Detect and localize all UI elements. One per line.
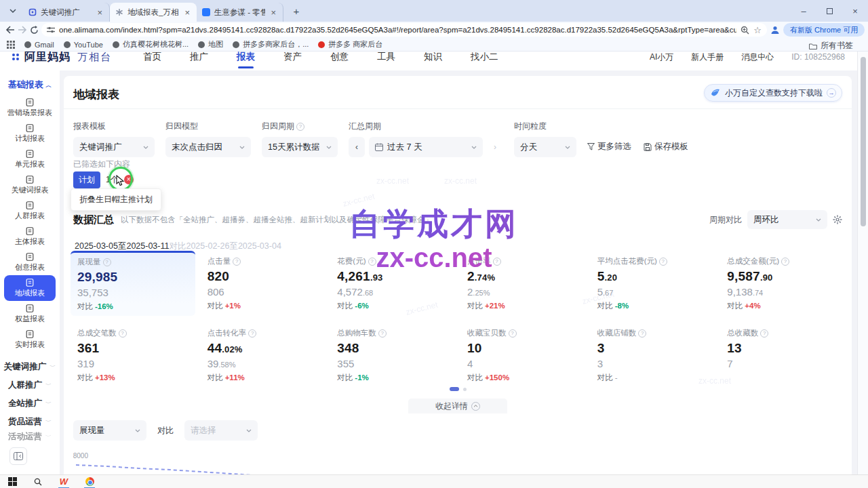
metric-card[interactable]: 总成交笔数? 361 319 对比+13%: [71, 323, 195, 388]
report-template-select[interactable]: 关键词推广: [73, 137, 155, 157]
message-center-link[interactable]: 消息中心: [741, 52, 774, 63]
help-icon[interactable]: ?: [760, 329, 768, 338]
sidebar-item[interactable]: 营销场景报表: [4, 95, 56, 121]
help-icon[interactable]: ?: [378, 329, 387, 338]
metric-card[interactable]: 总成交金额(元)? 9,587.90 9,138.74 对比+4%: [720, 251, 845, 316]
more-filters-button[interactable]: 更多筛选: [587, 141, 631, 152]
metric-card[interactable]: 点击量? 820 806 对比+1%: [201, 251, 326, 316]
new-tab-button[interactable]: +: [288, 2, 305, 20]
sidebar-section[interactable]: 活动运营 ﹀: [0, 431, 60, 442]
sidebar-section[interactable]: 全站推广 ﹀: [0, 394, 60, 413]
sidebar-section[interactable]: 关键词推广 ﹀: [0, 358, 60, 376]
page-scrollbar[interactable]: [857, 52, 868, 474]
chart-metric-select[interactable]: 展现量: [73, 420, 146, 441]
metric-card[interactable]: 点击转化率? 44.02% 39.58% 对比+11%: [201, 323, 326, 388]
help-icon[interactable]: ?: [659, 258, 667, 266]
start-button[interactable]: [5, 475, 19, 488]
pagination-dot-active[interactable]: [450, 387, 459, 391]
metric-card[interactable]: 总收藏数? 13 7: [720, 323, 845, 388]
bookmark-star-icon[interactable]: ☆: [753, 25, 762, 35]
help-icon[interactable]: ?: [781, 258, 789, 266]
browser-tab[interactable]: 关键词推广 ×: [23, 3, 110, 22]
help-icon[interactable]: ?: [296, 123, 304, 131]
help-icon[interactable]: ?: [638, 329, 646, 338]
nav-item[interactable]: 知识: [424, 52, 442, 70]
browser-tab-active[interactable]: 地域报表_万相台无界版 ×: [110, 3, 197, 22]
help-icon[interactable]: ?: [233, 258, 241, 266]
browser-tab[interactable]: 生意参谋 - 零售电商大数据产... ×: [197, 3, 283, 22]
bookmark-item[interactable]: 仿真樱花树桃花树...: [113, 39, 189, 49]
chrome-update-chip[interactable]: 有新版 Chrome 可用: [783, 23, 865, 37]
window-minimize-button[interactable]: –: [791, 0, 816, 22]
url-text[interactable]: one.alimama.com/index.html?spm=a21dvs.28…: [59, 26, 736, 34]
window-maximize-button[interactable]: [816, 0, 842, 22]
help-icon[interactable]: ?: [103, 258, 111, 266]
metric-card[interactable]: 总购物车数? 348 355 对比-1%: [330, 323, 455, 388]
scrollbar-thumb[interactable]: [861, 57, 866, 226]
sidebar-section[interactable]: 人群推广 ﹀: [0, 376, 60, 394]
apps-grid-icon[interactable]: [7, 41, 15, 49]
nav-item[interactable]: 报表: [237, 52, 255, 70]
nav-item[interactable]: 资产: [283, 52, 302, 70]
site-info-icon[interactable]: [47, 26, 55, 33]
sidebar-item[interactable]: 人群报表: [4, 198, 56, 224]
zoom-icon[interactable]: [741, 26, 749, 35]
metric-card[interactable]: 花费(元)? 4,261.93 4,572.68 对比-6%: [330, 251, 455, 316]
help-icon[interactable]: ?: [119, 329, 127, 338]
pagination-dot[interactable]: [463, 388, 467, 391]
window-close-button[interactable]: ×: [842, 0, 868, 22]
nav-item[interactable]: 首页: [143, 52, 161, 70]
save-template-button[interactable]: 保存模板: [644, 141, 688, 152]
metric-card[interactable]: 平均点击花费(元)? 5.20 5.67 对比-8%: [591, 251, 715, 316]
metric-card[interactable]: 点击率? 2.74% 2.25% 对比+21%: [460, 251, 585, 316]
collapse-details-button[interactable]: 收起详情: [408, 399, 507, 413]
help-icon[interactable]: ?: [493, 258, 501, 266]
sidebar-item[interactable]: 主体报表: [4, 224, 56, 249]
metric-card[interactable]: 收藏宝贝数? 10 4 对比+150%: [460, 323, 585, 388]
chart-compare-select[interactable]: 请选择: [184, 420, 258, 441]
sidebar-item[interactable]: 单元报表: [4, 146, 56, 172]
bookmark-item[interactable]: Gmail: [24, 41, 54, 49]
period-compare-select[interactable]: 周环比: [747, 210, 827, 229]
date-range-select[interactable]: 过去 7 天: [369, 137, 483, 157]
sidebar-group-title[interactable]: 基础报表 ︿: [0, 79, 60, 91]
tab-close-icon[interactable]: ×: [183, 7, 191, 18]
ai-assistant-link[interactable]: AI小万: [650, 52, 673, 63]
newbie-manual-link[interactable]: 新人手册: [691, 52, 724, 63]
bookmark-item[interactable]: YouTube: [64, 41, 103, 49]
forward-icon[interactable]: [18, 22, 27, 37]
taskbar-search-button[interactable]: [31, 475, 45, 488]
nav-item[interactable]: 创意: [330, 52, 349, 70]
previous-period-button[interactable]: ‹: [349, 137, 365, 157]
tab-search-button[interactable]: [4, 2, 22, 20]
bookmark-item[interactable]: 拼多多 商家后台: [318, 39, 382, 49]
help-icon[interactable]: ?: [248, 329, 256, 338]
custom-query-download-banner[interactable]: 小万自定义查数支持下载啦 →: [704, 84, 842, 102]
plan-filter-tag[interactable]: 计划: [73, 171, 100, 188]
tab-close-icon[interactable]: ×: [269, 7, 277, 18]
sidebar-item[interactable]: 权益报表: [4, 301, 56, 327]
bookmark-item[interactable]: 地图: [198, 39, 223, 49]
metric-card[interactable]: 展现量? 29,985 35,753 对比-16%: [71, 251, 195, 316]
all-bookmarks-button[interactable]: 所有书签: [809, 40, 853, 52]
time-granularity-select[interactable]: 分天: [514, 137, 576, 157]
address-bar[interactable]: one.alimama.com/index.html?spm=a21dvs.28…: [41, 23, 767, 37]
profile-avatar[interactable]: [770, 22, 781, 37]
next-period-button[interactable]: ›: [487, 137, 503, 157]
help-icon[interactable]: ?: [509, 329, 517, 338]
taskbar-chrome-button[interactable]: [83, 475, 96, 488]
nav-item[interactable]: 推广: [190, 52, 208, 70]
reload-icon[interactable]: [30, 22, 39, 37]
sidebar-section[interactable]: 货品运营 ﹀: [0, 413, 60, 431]
attribution-window-select[interactable]: 15天累计数据: [262, 137, 338, 157]
metric-card[interactable]: 收藏店铺数? 3 3 对比-: [591, 323, 715, 388]
sidebar-item[interactable]: 创意报表: [4, 249, 56, 275]
back-icon[interactable]: [5, 22, 15, 37]
sidebar-item[interactable]: 计划报表: [4, 121, 56, 146]
tab-close-icon[interactable]: ×: [96, 7, 104, 18]
sidebar-item[interactable]: 地域报表: [4, 275, 56, 301]
sidebar-item[interactable]: 实时报表: [4, 327, 56, 352]
sidebar-collapse-button[interactable]: [9, 447, 27, 465]
nav-item[interactable]: 找小二: [471, 52, 498, 70]
taskbar-wps-button[interactable]: W: [57, 475, 71, 488]
